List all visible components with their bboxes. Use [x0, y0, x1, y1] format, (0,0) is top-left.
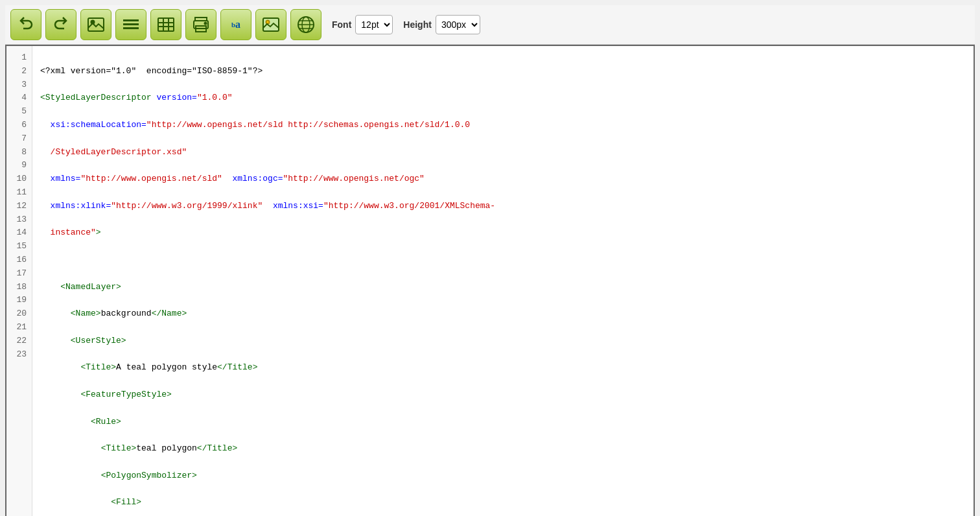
svg-rect-2 [123, 19, 139, 21]
svg-point-15 [266, 21, 270, 24]
code-line-13: <Title>teal polygon</Title> [40, 442, 966, 456]
print-button[interactable] [185, 9, 216, 40]
code-line-2: <StyledLayerDescriptor version="1.0.0" [40, 91, 966, 105]
code-line-3: xsi:schemaLocation="http://www.opengis.n… [40, 119, 966, 132]
svg-rect-3 [123, 23, 139, 25]
height-label: Height [403, 19, 432, 30]
redo-button[interactable] [45, 9, 76, 40]
code-line-14: <PolygonSymbolizer> [40, 469, 966, 483]
code-line-9: <UserStyle> [40, 334, 966, 348]
code-editor[interactable]: <?xml version="1.0" encoding="ISO-8859-1… [32, 46, 974, 516]
svg-rect-5 [158, 18, 174, 31]
code-line-3b: /StyledLayerDescriptor.xsd" [40, 146, 966, 159]
font-label: Font [332, 19, 351, 30]
picture-button[interactable] [255, 9, 286, 40]
code-line-10: <Title>A teal polygon style</Title> [40, 361, 966, 375]
code-line-8: <Name>background</Name> [40, 307, 966, 321]
code-line-12: <Rule> [40, 416, 966, 429]
list-button[interactable] [115, 9, 146, 40]
code-line-5b: instance"> [40, 226, 966, 240]
undo-button[interactable] [10, 9, 41, 40]
font-size-select[interactable]: 8pt 10pt 12pt 14pt 16pt 18pt 24pt [355, 15, 393, 34]
svg-rect-4 [123, 27, 139, 29]
svg-point-13 [205, 23, 207, 25]
code-line-6 [40, 253, 966, 267]
table-button[interactable] [150, 9, 181, 40]
toolbar: ba Font 8pt 10pt 12pt 14pt 16pt 18pt 24p… [5, 5, 975, 45]
font-button[interactable]: ba [220, 9, 251, 40]
editor-container: 1 2 3 4 5 6 7 8 9 10 11 12 13 14 15 16 1… [5, 45, 975, 516]
image-button[interactable] [80, 9, 111, 40]
globe-button[interactable] [290, 9, 321, 40]
code-line-11: <FeatureTypeStyle> [40, 388, 966, 402]
code-line-7: <NamedLayer> [40, 281, 966, 294]
line-numbers: 1 2 3 4 5 6 7 8 9 10 11 12 13 14 15 16 1… [6, 46, 32, 516]
code-line-15: <Fill> [40, 496, 966, 510]
code-line-5: xmlns:xlink="http://www.w3.org/1999/xlin… [40, 200, 966, 213]
code-line-1: <?xml version="1.0" encoding="ISO-8859-1… [40, 65, 966, 78]
height-select[interactable]: 200px 300px 400px 500px 600px [436, 15, 480, 34]
code-line-4: xmlns="http://www.opengis.net/sld" xmlns… [40, 172, 966, 186]
